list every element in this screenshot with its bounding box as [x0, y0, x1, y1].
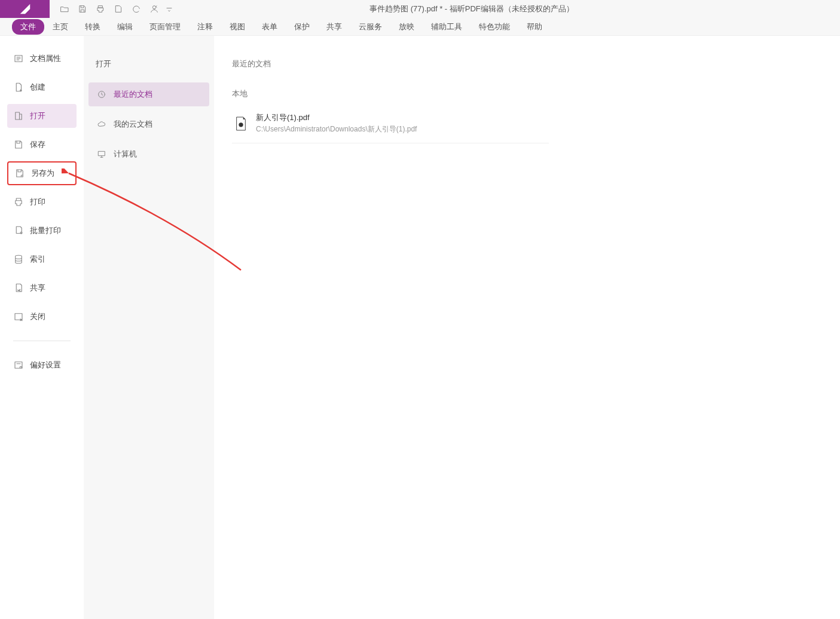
open-sub-panel: 打开 最近的文档 我的云文档 计算机: [84, 36, 214, 619]
tab-protect[interactable]: 保护: [286, 19, 318, 35]
divider: [13, 341, 71, 341]
ribbon-tabs: 文件 主页 转换 编辑 页面管理 注释 视图 表单 保护 共享 云服务 放映 辅…: [0, 18, 840, 36]
pdf-file-icon: [234, 116, 248, 131]
file-menu-print[interactable]: 打印: [7, 190, 77, 214]
print-icon[interactable]: [91, 0, 109, 18]
content-section-label: 本地: [232, 88, 822, 99]
file-menu-index[interactable]: 索引: [7, 247, 77, 271]
file-menu-label: 关闭: [30, 311, 45, 322]
tab-edit[interactable]: 编辑: [109, 19, 141, 35]
open-icon[interactable]: [56, 0, 74, 18]
file-menu-preferences[interactable]: 偏好设置: [7, 353, 77, 377]
sub-item-cloud[interactable]: 我的云文档: [88, 112, 209, 136]
file-menu-label: 批量打印: [30, 225, 61, 236]
file-menu-save[interactable]: 保存: [7, 133, 77, 157]
redo-icon[interactable]: [127, 0, 145, 18]
file-menu-create[interactable]: 创建: [7, 75, 77, 99]
sub-item-label: 最近的文档: [114, 89, 152, 100]
customize-qat-icon[interactable]: [163, 0, 175, 18]
file-menu-open[interactable]: 打开: [7, 104, 77, 128]
tab-home[interactable]: 主页: [44, 19, 77, 35]
tab-features[interactable]: 特色功能: [471, 19, 518, 35]
sub-item-label: 我的云文档: [114, 119, 152, 130]
tab-cloud[interactable]: 云服务: [350, 19, 390, 35]
tab-share[interactable]: 共享: [318, 19, 350, 35]
content-title: 最近的文档: [232, 59, 822, 69]
file-menu-label: 共享: [30, 283, 45, 293]
tab-comment[interactable]: 注释: [189, 19, 221, 35]
file-menu-saveas[interactable]: 另存为: [7, 161, 77, 185]
file-menu-label: 偏好设置: [30, 360, 61, 370]
file-menu-sidebar: 文档属性 创建 打开 保存 另存为 打印 批量打印 索引: [0, 36, 84, 619]
content-pane: 最近的文档 本地 新人引导(1).pdf C:\Users\Administra…: [214, 36, 840, 619]
tab-accessibility[interactable]: 辅助工具: [423, 19, 471, 35]
file-menu-label: 创建: [30, 82, 45, 93]
file-menu-label: 打印: [30, 197, 45, 207]
undo-icon[interactable]: [109, 0, 127, 18]
file-menu-label: 保存: [30, 139, 45, 150]
save-icon[interactable]: [74, 0, 91, 18]
file-menu-label: 打开: [30, 111, 45, 121]
tab-view[interactable]: 视图: [221, 19, 253, 35]
user-icon[interactable]: [145, 0, 163, 18]
tab-convert[interactable]: 转换: [77, 19, 109, 35]
file-menu-label: 文档属性: [30, 53, 61, 64]
tab-page-manage[interactable]: 页面管理: [141, 19, 189, 35]
file-menu-share[interactable]: 共享: [7, 276, 77, 300]
file-menu-label: 另存为: [31, 168, 54, 179]
sub-item-recent[interactable]: 最近的文档: [88, 82, 209, 106]
svg-point-1: [239, 122, 243, 127]
sub-item-computer[interactable]: 计算机: [88, 142, 209, 166]
sub-panel-title: 打开: [88, 59, 209, 82]
file-menu-docprops[interactable]: 文档属性: [7, 47, 77, 71]
tab-slideshow[interactable]: 放映: [390, 19, 423, 35]
sub-item-label: 计算机: [114, 149, 137, 160]
recent-file-row[interactable]: 新人引导(1).pdf C:\Users\Administrator\Downl…: [232, 108, 549, 143]
app-logo[interactable]: [0, 0, 50, 18]
recent-file-name: 新人引导(1).pdf: [256, 112, 417, 123]
file-menu-close[interactable]: 关闭: [7, 305, 77, 329]
tab-help[interactable]: 帮助: [518, 19, 551, 35]
title-bar: 事件趋势图 (77).pdf * - 福昕PDF编辑器（未经授权的产品）: [0, 0, 840, 18]
window-title: 事件趋势图 (77).pdf * - 福昕PDF编辑器（未经授权的产品）: [175, 4, 840, 14]
file-menu-batchprint[interactable]: 批量打印: [7, 219, 77, 243]
file-menu-label: 索引: [30, 254, 45, 265]
recent-file-path: C:\Users\Administrator\Downloads\新人引导(1)…: [256, 124, 417, 134]
tab-file[interactable]: 文件: [12, 19, 44, 35]
quick-access-toolbar: [50, 0, 175, 18]
tab-form[interactable]: 表单: [253, 19, 286, 35]
